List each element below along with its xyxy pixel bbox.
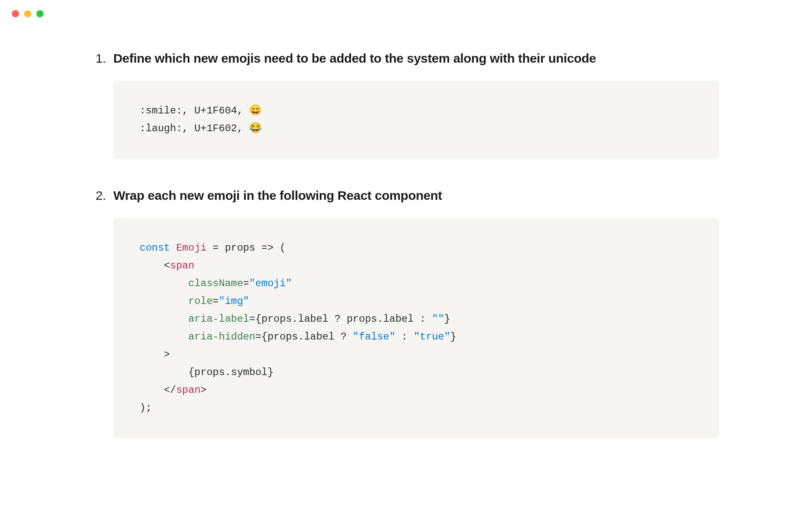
numbered-list-item: 1. Define which new emojis need to be ad… — [93, 51, 719, 159]
code-line: </span> — [140, 381, 693, 399]
token-punct: ); — [140, 402, 152, 414]
list-title: Wrap each new emoji in the following Rea… — [113, 188, 719, 203]
token-attr: className — [188, 278, 243, 289]
token-string: "emoji" — [249, 278, 292, 289]
token-expr: {props.label ? — [261, 331, 353, 342]
list-number: 1. — [93, 51, 113, 66]
code-block[interactable]: const Emoji = props => ( <span className… — [113, 218, 719, 438]
close-button[interactable] — [12, 10, 19, 17]
token-attr: role — [188, 295, 213, 307]
window-controls — [0, 0, 812, 17]
token-punct: = — [255, 331, 261, 342]
token-string: "img" — [219, 295, 249, 307]
list-number: 2. — [93, 188, 113, 203]
token-punct: = props => ( — [206, 242, 285, 254]
token-string: "false" — [353, 331, 395, 342]
code-line: ); — [140, 399, 693, 417]
token-punct: < — [164, 260, 170, 271]
token-punct: } — [450, 331, 456, 342]
token-expr: {props.label ? props.label : — [255, 313, 432, 325]
minimize-button[interactable] — [24, 10, 31, 17]
code-line: aria-hidden={props.label ? "false" : "tr… — [140, 328, 693, 346]
numbered-list-item: 2. Wrap each new emoji in the following … — [93, 188, 719, 438]
code-line: :laugh:, U+1F602, 😂 — [140, 120, 693, 138]
code-line: {props.symbol} — [140, 364, 693, 381]
code-block[interactable]: :smile:, U+1F604, 😄:laugh:, U+1F602, 😂 — [113, 81, 719, 159]
token-attr: aria-label — [188, 313, 249, 325]
maximize-button[interactable] — [36, 10, 44, 17]
token-punct: = — [249, 313, 255, 325]
token-string: "true" — [414, 331, 450, 342]
code-line: aria-label={props.label ? props.label : … — [140, 310, 693, 328]
token-tag: span — [176, 384, 200, 396]
list-heading: 2. Wrap each new emoji in the following … — [93, 188, 719, 203]
token-string: "" — [432, 313, 444, 325]
code-line: className="emoji" — [140, 275, 693, 293]
code-line: const Emoji = props => ( — [140, 239, 693, 257]
list-title: Define which new emojis need to be added… — [113, 51, 719, 66]
code-line: :smile:, U+1F604, 😄 — [140, 102, 693, 120]
token-punct: </ — [164, 384, 176, 396]
token-expr: : — [395, 331, 414, 342]
token-keyword: const — [140, 242, 170, 254]
token-tag: span — [170, 260, 195, 271]
token-component: Emoji — [176, 242, 206, 254]
token-attr: aria-hidden — [188, 331, 255, 342]
code-line: > — [140, 346, 693, 364]
token-expr: {props.symbol} — [188, 367, 274, 378]
token-punct: > — [164, 349, 170, 360]
document-content: 1. Define which new emojis need to be ad… — [0, 17, 812, 438]
token-punct: = — [213, 295, 219, 307]
list-heading: 1. Define which new emojis need to be ad… — [93, 51, 719, 66]
token-punct: > — [200, 384, 206, 396]
code-line: <span — [140, 257, 693, 275]
token-punct: = — [243, 278, 249, 289]
code-line: role="img" — [140, 293, 693, 310]
token-punct: } — [444, 313, 450, 325]
